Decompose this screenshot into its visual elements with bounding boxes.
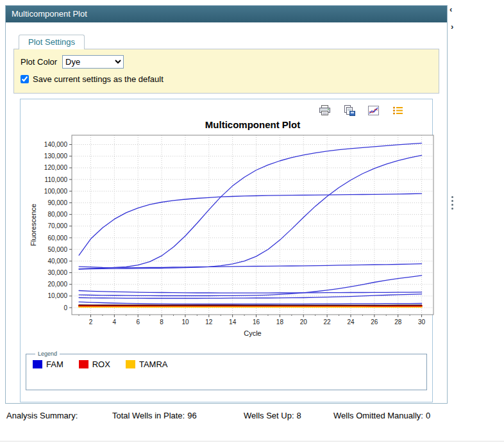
svg-text:20: 20 <box>300 318 308 326</box>
save-default-checkbox[interactable] <box>21 75 29 83</box>
svg-text:2: 2 <box>89 318 93 326</box>
panel-title: Multicomponent Plot <box>12 9 87 19</box>
svg-text:14: 14 <box>229 318 237 326</box>
legend-items: FAMROXTAMRA <box>33 359 420 369</box>
svg-text:50,000: 50,000 <box>47 246 67 253</box>
panel-content: Plot Settings Plot Color Dye Save curren… <box>6 22 447 402</box>
print-icon <box>319 105 331 116</box>
chart-view-icon <box>367 105 380 116</box>
chart-view-button[interactable] <box>365 103 381 117</box>
svg-text:Cycle: Cycle <box>244 329 262 337</box>
print-button[interactable] <box>317 103 332 117</box>
legend-swatch <box>126 360 135 368</box>
svg-text:40,000: 40,000 <box>47 258 67 265</box>
wells-setup-label: Wells Set Up: <box>244 411 294 420</box>
legend-title: Legend <box>35 351 60 357</box>
plot-color-select[interactable]: Dye <box>62 55 124 69</box>
svg-text:6: 6 <box>136 318 140 326</box>
splitter-handle-icon[interactable] <box>451 196 453 210</box>
legend-item-tamra: TAMRA <box>126 359 168 369</box>
panel-titlebar: Multicomponent Plot <box>6 6 447 22</box>
copy-plot-button[interactable] <box>341 103 357 117</box>
plot-color-row: Plot Color Dye <box>21 55 432 69</box>
svg-text:90,000: 90,000 <box>47 199 67 206</box>
svg-text:120,000: 120,000 <box>44 164 68 171</box>
legend-label: TAMRA <box>139 359 168 369</box>
svg-text:130,000: 130,000 <box>44 153 68 160</box>
bottom-divider <box>0 441 504 442</box>
analysis-summary-label: Analysis Summary: <box>6 411 78 420</box>
svg-text:16: 16 <box>253 318 260 326</box>
legend-item-rox: ROX <box>79 359 110 369</box>
multicomponent-plot-chart: 010,00020,00030,00040,00050,00060,00070,… <box>24 119 442 344</box>
save-default-row: Save current settings as the default <box>21 74 432 84</box>
wells-omitted-value: 0 <box>426 411 430 420</box>
wells-omitted-label: Wells Omitted Manually: <box>333 411 423 420</box>
plot-settings-box: Plot Color Dye Save current settings as … <box>13 49 439 94</box>
svg-text:100,000: 100,000 <box>44 188 68 195</box>
svg-text:4: 4 <box>113 318 117 326</box>
copy-plot-icon <box>343 105 355 116</box>
svg-text:0: 0 <box>63 304 67 311</box>
svg-text:24: 24 <box>347 318 355 326</box>
svg-text:70,000: 70,000 <box>47 222 67 229</box>
svg-text:12: 12 <box>205 318 213 326</box>
chart-toolbar <box>24 101 428 119</box>
analysis-summary-bar: Analysis Summary: Total Wells in Plate:9… <box>0 411 504 424</box>
svg-text:30,000: 30,000 <box>47 269 67 276</box>
svg-text:Fluorescence: Fluorescence <box>29 204 37 246</box>
collapse-pane-button[interactable]: ‹ <box>449 5 452 14</box>
svg-text:140,000: 140,000 <box>44 141 68 148</box>
chart-legend: Legend FAMROXTAMRA <box>26 351 427 390</box>
tab-plot-settings[interactable]: Plot Settings <box>19 35 85 49</box>
svg-text:60,000: 60,000 <box>47 235 67 242</box>
legend-swatch <box>79 360 88 368</box>
save-default-label[interactable]: Save current settings as the default <box>33 74 164 84</box>
svg-text:110,000: 110,000 <box>45 176 68 183</box>
legend-swatch <box>33 360 42 368</box>
legend-label: FAM <box>46 359 63 369</box>
svg-text:22: 22 <box>324 318 332 326</box>
svg-text:8: 8 <box>160 318 164 326</box>
svg-text:20,000: 20,000 <box>47 281 67 288</box>
chart-frame: 010,00020,00030,00040,00050,00060,00070,… <box>20 99 433 402</box>
svg-text:10,000: 10,000 <box>47 292 67 299</box>
svg-text:30: 30 <box>418 318 426 326</box>
expand-pane-button[interactable]: › <box>451 22 453 31</box>
total-wells-label: Total Wells in Plate: <box>112 411 185 420</box>
svg-text:28: 28 <box>394 318 402 326</box>
svg-text:26: 26 <box>371 318 378 326</box>
legend-label: ROX <box>92 359 110 369</box>
wells-setup-value: 8 <box>297 411 301 420</box>
legend-item-fam: FAM <box>33 359 63 369</box>
total-wells-value: 96 <box>187 411 196 420</box>
legend-view-icon <box>392 105 404 116</box>
application-workspace: Multicomponent Plot Plot Settings Plot C… <box>0 0 504 446</box>
svg-text:10: 10 <box>181 318 189 326</box>
svg-text:80,000: 80,000 <box>47 211 67 218</box>
svg-text:18: 18 <box>276 318 284 326</box>
pane-splitter[interactable]: ‹ › <box>449 5 458 404</box>
multicomponent-plot-panel: Multicomponent Plot Plot Settings Plot C… <box>5 5 448 404</box>
plot-color-label: Plot Color <box>21 57 57 67</box>
svg-text:Multicomponent Plot: Multicomponent Plot <box>205 119 300 130</box>
legend-view-button[interactable] <box>390 103 405 117</box>
